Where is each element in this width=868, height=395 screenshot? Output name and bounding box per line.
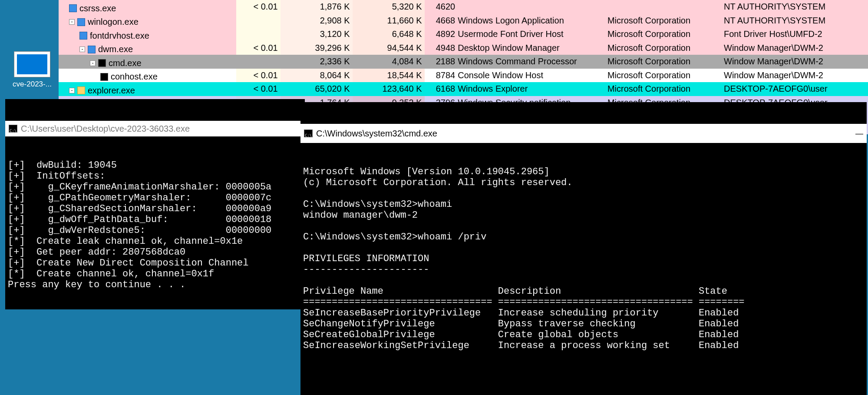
process-name: winlogon.exe — [88, 17, 139, 27]
exploit-console[interactable]: C:\Users\user\Desktop\cve-2023-36033.exe… — [5, 99, 305, 309]
process-row[interactable]: -dwm.exe< 0.0139,296 K94,544 K4948Deskto… — [59, 41, 868, 55]
process-icon — [77, 86, 85, 94]
console-title: C:\Windows\system32\cmd.exe — [316, 128, 437, 139]
process-row[interactable]: fontdrvhost.exe3,120 K6,648 K4892Usermod… — [59, 27, 868, 41]
process-icon — [98, 59, 106, 67]
cmd-icon — [304, 129, 313, 137]
desktop-shortcut[interactable]: cve-2023-... — [10, 51, 54, 89]
process-icon — [88, 46, 96, 53]
process-row[interactable]: -explorer.exe< 0.0165,020 K123,640 K6168… — [59, 82, 868, 96]
tree-expander[interactable]: - — [69, 88, 75, 93]
console-titlebar[interactable]: C:\Windows\system32\cmd.exe — — [300, 124, 867, 143]
process-row[interactable]: -winlogon.exe2,908 K11,660 K4668Windows … — [59, 14, 868, 28]
process-name: csrss.exe — [79, 3, 116, 13]
process-icon — [69, 4, 77, 12]
process-name: fontdrvhost.exe — [90, 31, 149, 41]
process-name: dwm.exe — [98, 44, 133, 54]
tree-expander[interactable]: - — [69, 19, 75, 25]
process-name: cmd.exe — [109, 58, 142, 68]
process-icon — [100, 73, 108, 81]
process-row[interactable]: conhost.exe< 0.018,064 K18,544 K8784Cons… — [59, 69, 868, 83]
process-icon — [79, 32, 87, 40]
console-titlebar[interactable]: C:\Users\user\Desktop\cve-2023-36033.exe — [5, 121, 305, 136]
process-name: explorer.exe — [88, 86, 135, 96]
cmd-console[interactable]: C:\Windows\system32\cmd.exe — Microsoft … — [300, 102, 867, 395]
tree-expander[interactable]: - — [79, 46, 85, 52]
process-name: conhost.exe — [111, 72, 158, 82]
window-controls[interactable]: — — [855, 128, 863, 139]
process-row[interactable]: -cmd.exe2,336 K4,084 K2188Windows Comman… — [59, 55, 868, 69]
console-output: Microsoft Windows [Version 10.0.19045.29… — [300, 165, 867, 353]
cmd-icon — [9, 125, 17, 133]
process-row[interactable]: csrss.exe< 0.011,876 K5,320 K4620NT AUTH… — [59, 0, 868, 14]
shortcut-label: cve-2023-... — [10, 80, 54, 89]
shortcut-thumb — [14, 51, 50, 77]
tree-expander[interactable]: - — [90, 60, 96, 66]
minimize-button[interactable]: — — [855, 128, 863, 139]
process-icon — [77, 18, 85, 26]
console-title: C:\Users\user\Desktop\cve-2023-36033.exe — [21, 123, 190, 134]
console-output: [+] dwBuild: 19045 [+] InitOffsets: [+] … — [5, 158, 305, 292]
